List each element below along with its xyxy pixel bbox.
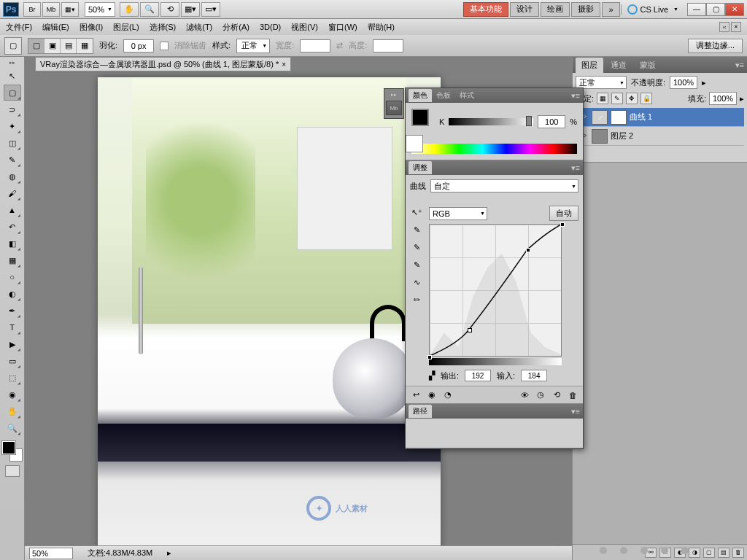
expand-icon[interactable]: ◉: [426, 389, 438, 401]
opacity-input[interactable]: [670, 76, 697, 89]
opacity-arrow-icon[interactable]: ▸: [702, 78, 706, 88]
3d-camera-tool[interactable]: ◉: [4, 386, 21, 402]
zoom-field[interactable]: [29, 548, 73, 559]
input-input[interactable]: [521, 370, 547, 381]
layer-row[interactable]: 👁 图层 2: [576, 127, 744, 146]
3d-tool[interactable]: ⬚: [4, 370, 21, 386]
color-ramp[interactable]: [411, 144, 577, 154]
eyedropper-tool[interactable]: ✎: [4, 152, 21, 168]
dodge-tool[interactable]: ◐: [4, 286, 21, 302]
menu-view[interactable]: 视图(V): [291, 22, 318, 33]
menu-3d[interactable]: 3D(D): [260, 23, 281, 31]
style-select[interactable]: 正常: [236, 39, 270, 53]
cslive-button[interactable]: CS Live▼: [621, 4, 684, 15]
refine-edge-button[interactable]: 调整边缘...: [688, 39, 743, 53]
path-select-tool[interactable]: ▶: [4, 336, 21, 352]
workspace-photography[interactable]: 摄影: [571, 2, 600, 17]
lock-transparency-icon[interactable]: ▦: [597, 93, 608, 104]
target-adjust-icon[interactable]: ↖⁺: [410, 206, 423, 219]
lock-position-icon[interactable]: ✥: [626, 93, 638, 104]
tab-channels[interactable]: 通道: [605, 58, 632, 73]
menu-edit[interactable]: 编辑(E): [42, 22, 69, 33]
quickmask-button[interactable]: [5, 465, 20, 477]
canvas[interactable]: [98, 77, 441, 551]
new-group-icon[interactable]: ▢: [703, 548, 715, 558]
crop-tool[interactable]: ◫: [4, 135, 21, 151]
zoom-select[interactable]: 50%: [85, 2, 115, 17]
zoom-tool-icon[interactable]: 🔍: [140, 2, 159, 17]
close-button[interactable]: ✕: [725, 3, 744, 16]
menu-filter[interactable]: 滤镜(T): [186, 22, 212, 33]
bridge-icon[interactable]: Br: [23, 2, 41, 17]
blur-tool[interactable]: ○: [4, 269, 21, 285]
panel-minimize-icon[interactable]: ‹‹: [719, 22, 729, 32]
lasso-tool[interactable]: ⊃: [4, 101, 21, 117]
tab-masks[interactable]: 蒙版: [634, 58, 662, 73]
hand-tool[interactable]: ✋: [4, 403, 21, 419]
maximize-button[interactable]: ▢: [706, 3, 725, 16]
tab-paths[interactable]: 路径: [409, 405, 432, 418]
select-intersect-icon[interactable]: ▦: [77, 39, 93, 53]
workspace-design[interactable]: 设计: [510, 2, 539, 17]
menu-help[interactable]: 帮助(H): [368, 22, 395, 33]
layer-row[interactable]: 👁 ⟋ 曲线 1: [576, 108, 744, 127]
lock-pixels-icon[interactable]: ✎: [611, 93, 623, 104]
hand-tool-icon[interactable]: ✋: [120, 2, 139, 17]
menu-select[interactable]: 选择(S): [150, 22, 177, 33]
document-tab[interactable]: VRay渲染器综合—金属玻璃器皿.psd @ 50% (曲线 1, 图层蒙版/8…: [35, 57, 291, 71]
fill-input[interactable]: [709, 92, 737, 105]
preset-select[interactable]: 自定: [430, 179, 578, 192]
panel-close-icon[interactable]: ✕: [731, 22, 741, 32]
select-subtract-icon[interactable]: ▤: [61, 39, 77, 53]
trash-icon[interactable]: 🗑: [567, 389, 578, 401]
screen-mode-icon[interactable]: ▭▾: [201, 2, 220, 17]
sample-gray-icon[interactable]: ✎: [410, 241, 423, 254]
view-extras-icon[interactable]: ▦▾: [61, 2, 79, 17]
type-tool[interactable]: T: [4, 319, 21, 335]
minimize-button[interactable]: —: [687, 3, 706, 16]
delete-layer-icon[interactable]: 🗑: [732, 548, 744, 558]
eraser-tool[interactable]: ◧: [4, 236, 21, 252]
shape-tool[interactable]: ▭: [4, 353, 21, 369]
mask-thumb[interactable]: [611, 110, 627, 125]
tab-layers[interactable]: 图层: [576, 58, 603, 73]
tab-close-icon[interactable]: ×: [282, 61, 286, 69]
wand-tool[interactable]: ✦: [4, 118, 21, 134]
workspace-essentials[interactable]: 基本功能: [463, 2, 508, 17]
k-input[interactable]: [538, 115, 565, 128]
color-swatches[interactable]: [2, 441, 23, 462]
antialias-checkbox[interactable]: [160, 42, 169, 50]
reset-icon[interactable]: ⟲: [551, 389, 562, 401]
menu-image[interactable]: 图像(I): [80, 22, 103, 33]
marquee-tool[interactable]: ▢: [4, 85, 21, 101]
clip-icon[interactable]: ◔: [442, 389, 454, 401]
toggle-visibility-icon[interactable]: 👁: [519, 389, 530, 401]
return-icon[interactable]: ↩: [410, 389, 422, 401]
sample-white-icon[interactable]: ✎: [410, 258, 423, 271]
dock-minibridge-icon[interactable]: Mb: [386, 101, 402, 115]
fill-arrow-icon[interactable]: ▸: [740, 94, 744, 104]
bg-swatch[interactable]: [406, 135, 423, 152]
sample-black-icon[interactable]: ✎: [410, 223, 423, 236]
move-tool[interactable]: ↖: [4, 68, 21, 84]
history-brush-tool[interactable]: ↶: [4, 219, 21, 235]
new-adjustment-icon[interactable]: ◑: [689, 548, 700, 558]
panel-menu-icon[interactable]: ▾≡: [571, 407, 580, 416]
tab-adjustments[interactable]: 调整: [409, 161, 432, 174]
feather-input[interactable]: [123, 39, 154, 52]
tab-swatches[interactable]: 色板: [432, 89, 455, 102]
arrange-docs-icon[interactable]: ▦▾: [181, 2, 200, 17]
auto-button[interactable]: 自动: [549, 206, 578, 221]
curves-graph[interactable]: [429, 224, 562, 357]
fg-swatch[interactable]: [411, 109, 429, 126]
workspace-painting[interactable]: 绘画: [541, 2, 570, 17]
stamp-tool[interactable]: ▲: [4, 202, 21, 218]
tab-styles[interactable]: 样式: [455, 89, 479, 102]
panel-menu-icon[interactable]: ▾≡: [571, 91, 580, 101]
gradient-tool[interactable]: ▦: [4, 252, 21, 268]
menu-file[interactable]: 文件(F): [6, 22, 32, 33]
tab-color[interactable]: 颜色: [409, 89, 432, 102]
output-input[interactable]: [465, 370, 491, 381]
panel-menu-icon[interactable]: ▾≡: [571, 163, 580, 173]
menu-analysis[interactable]: 分析(A): [222, 22, 249, 33]
